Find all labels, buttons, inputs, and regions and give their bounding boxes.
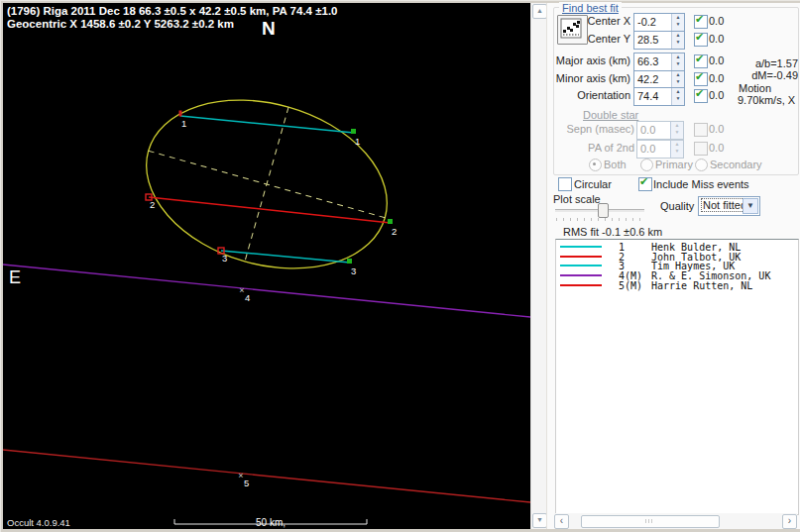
observer-chord-color-swatch — [560, 274, 602, 276]
sepn-fit-checkbox — [694, 123, 708, 137]
observer-row-4(M)[interactable]: 4(M)R. & E. Simonson, UK — [556, 270, 798, 280]
chart-layer: ×4×5112233 — [3, 73, 530, 502]
radio-primary — [640, 159, 653, 171]
chord-2-start-label: 2 — [150, 199, 155, 210]
scroll-down-icon[interactable]: ▼ — [532, 513, 547, 528]
plot-title-line1: (1796) Riga 2011 Dec 18 66.3 ±0.5 x 42.2… — [7, 5, 337, 17]
spinner-up-icon: ▲ — [672, 53, 684, 60]
check-icon: ✔ — [695, 53, 704, 65]
chord-line-1 — [180, 116, 354, 133]
radio-primary-label: Primary — [655, 159, 693, 170]
chord-2-end-marker — [388, 219, 393, 224]
center-x-fit-checkbox[interactable]: ✔ — [694, 15, 708, 29]
sepn-delta: 0.0 — [709, 123, 724, 135]
rms-fit-status: RMS fit -0.1 ±0.6 km — [563, 226, 662, 238]
observer-number: 5(M) — [619, 280, 642, 291]
pa-of-2nd-input: 0.0 ▲▼ — [636, 140, 684, 159]
radio-both-label: Both — [604, 159, 627, 170]
center-x-delta: 0.0 — [709, 15, 724, 27]
circular-label: Circular — [574, 178, 612, 190]
spinner-down-icon: ▼ — [672, 60, 684, 67]
major-axis-fit-checkbox[interactable]: ✔ — [694, 54, 708, 68]
chord-line-2 — [149, 197, 391, 223]
circular-checkbox[interactable] — [558, 177, 572, 191]
spinner-down-icon: ▼ — [672, 39, 684, 46]
observer-chord-color-swatch — [560, 284, 602, 286]
chord-1-end-label: 1 — [355, 136, 360, 147]
plot-title-line2: Geocentric X 1458.6 ±0.2 Y 5263.2 ±0.2 k… — [7, 18, 234, 30]
center-x-spinner[interactable]: ▲▼ — [671, 14, 684, 31]
major-axis-label: Major axis (km) — [547, 54, 630, 66]
chord-plot-svg: (1796) Riga 2011 Dec 18 66.3 ±0.5 x 42.2… — [3, 3, 530, 529]
center-y-input[interactable]: 28.5 ▲▼ — [633, 31, 685, 50]
minor-axis-delta: 0.0 — [709, 72, 724, 84]
double-star-link: Double star — [583, 109, 638, 121]
motion-value: 9.70km/s, X — [738, 94, 795, 106]
scale-bar-label: 50 km, — [256, 517, 286, 528]
chord-plot-area[interactable]: (1796) Riga 2011 Dec 18 66.3 ±0.5 x 42.2… — [3, 3, 530, 529]
quality-dropdown[interactable]: Not fitted ▼ — [698, 196, 760, 216]
plot-vertical-scrollbar[interactable]: ▲ ▼ — [530, 3, 546, 529]
east-direction-label: E — [9, 267, 21, 287]
pa-of-2nd-fit-checkbox — [694, 142, 708, 156]
observer-row-5(M)[interactable]: 5(M)Harrie Rutten, NL — [556, 280, 798, 290]
minor-axis-spinner[interactable]: ▲▼ — [671, 71, 684, 88]
minor-axis-label: Minor axis (km) — [547, 72, 630, 84]
center-x-label: Center X — [547, 15, 630, 27]
scroll-up-icon[interactable]: ▲ — [532, 4, 547, 19]
chord-3-end-marker — [347, 259, 352, 264]
observer-chord-color-swatch — [560, 256, 602, 258]
orientation-input[interactable]: 74.4 ▲▼ — [633, 87, 685, 106]
scroll-left-icon[interactable]: ‹ — [554, 514, 569, 529]
miss-marker-icon-4: × — [239, 285, 244, 295]
include-miss-label: Include Miss events — [653, 178, 749, 190]
panel-horizontal-scrollbar[interactable]: ‹ › — [554, 513, 797, 529]
chord-2-end-label: 2 — [392, 226, 397, 237]
app-version-label: Occult 4.0.9.41 — [7, 517, 70, 528]
observer-list[interactable]: 1Henk Bulder, NL2John Talbot, UK3Tim Hay… — [555, 239, 799, 515]
spinner-up-icon: ▲ — [671, 122, 683, 129]
orientation-label: Orientation — [547, 89, 630, 101]
center-y-spinner[interactable]: ▲▼ — [671, 32, 684, 49]
orientation-delta: 0.0 — [709, 89, 724, 101]
chord-1-start-marker — [179, 111, 182, 117]
orientation-spinner[interactable]: ▲▼ — [671, 88, 684, 105]
observer-row-3[interactable]: 3Tim Haymes, UK — [556, 261, 798, 270]
include-miss-checkbox[interactable]: ✔ — [638, 177, 652, 191]
fit-control-panel: Find best fit Center X -0.2 ▲▼ ✔ 0.0 Cen… — [546, 3, 800, 529]
check-icon: ✔ — [695, 31, 704, 44]
miss-label-5: 5 — [244, 478, 249, 488]
scroll-right-icon[interactable]: › — [782, 514, 797, 529]
dropdown-arrow-icon[interactable]: ▼ — [743, 198, 758, 214]
major-axis-spinner[interactable]: ▲▼ — [671, 53, 684, 70]
observer-row-2[interactable]: 2John Talbot, UK — [556, 252, 798, 262]
plot-scale-slider-ticks — [556, 218, 643, 221]
motion-label: Motion — [739, 82, 771, 94]
pa-of-2nd-delta: 0.0 — [709, 142, 724, 154]
plot-scale-label: Plot scale — [553, 193, 601, 205]
center-x-input[interactable]: -0.2 ▲▼ — [633, 13, 685, 32]
quality-value: Not fitted — [702, 199, 747, 211]
miss-marker-icon-5: × — [238, 471, 243, 480]
spinner-up-icon: ▲ — [672, 71, 684, 78]
radio-secondary — [695, 159, 708, 171]
spinner-down-icon: ▼ — [672, 95, 684, 102]
plot-scale-slider-thumb[interactable] — [598, 203, 609, 218]
find-best-fit-link[interactable]: Find best fit — [559, 2, 622, 14]
spinner-down-icon: ▼ — [671, 148, 683, 155]
chord-3-start-label: 3 — [222, 253, 227, 264]
minor-axis-fit-checkbox[interactable]: ✔ — [694, 72, 708, 86]
major-axis-input[interactable]: 66.3 ▲▼ — [633, 53, 685, 71]
orientation-fit-checkbox[interactable]: ✔ — [694, 89, 708, 103]
spinner-up-icon: ▲ — [671, 141, 683, 148]
radio-secondary-label: Secondary — [710, 159, 762, 170]
horizontal-scroll-thumb[interactable] — [581, 515, 720, 528]
chord-1-end-marker — [351, 129, 356, 134]
radio-both — [589, 159, 602, 171]
pa-of-2nd-spinner: ▲▼ — [670, 141, 683, 158]
center-y-fit-checkbox[interactable]: ✔ — [694, 33, 708, 47]
spinner-up-icon: ▲ — [672, 88, 684, 95]
north-direction-label: N — [262, 18, 276, 39]
major-axis-delta: 0.0 — [709, 54, 724, 66]
observer-row-1[interactable]: 1Henk Bulder, NL — [556, 242, 798, 252]
